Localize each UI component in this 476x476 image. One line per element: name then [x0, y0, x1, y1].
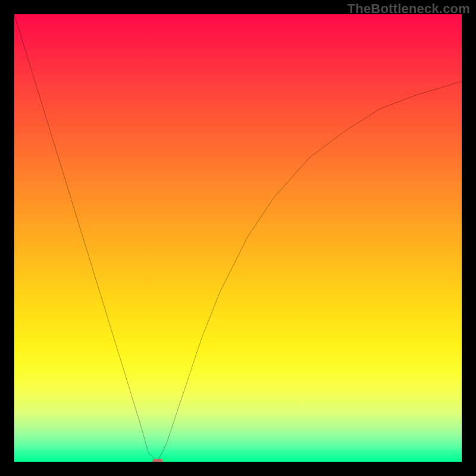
- background-gradient: [14, 14, 462, 462]
- plot-area: [14, 14, 462, 462]
- chart-frame: TheBottleneck.com: [0, 0, 476, 476]
- watermark-text: TheBottleneck.com: [347, 1, 470, 17]
